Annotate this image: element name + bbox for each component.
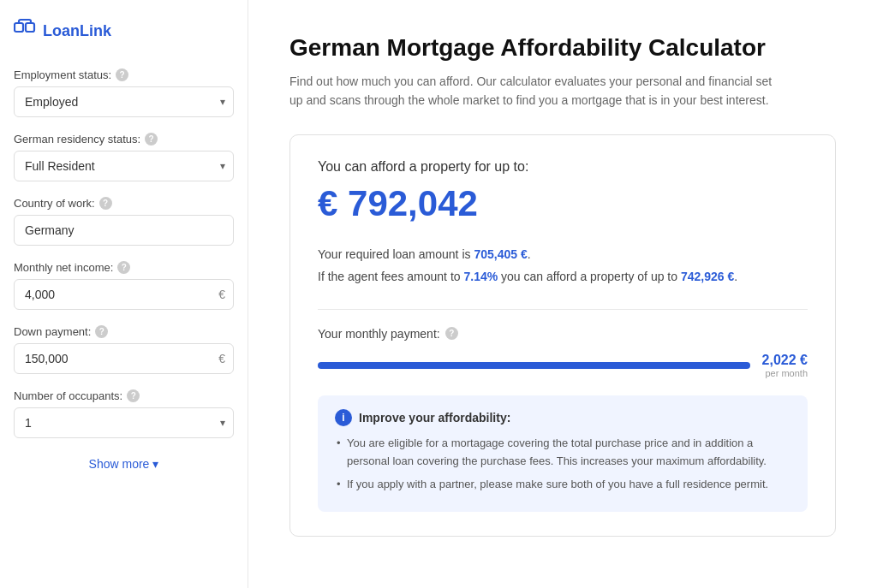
improve-info-icon: i	[335, 409, 352, 426]
afford-label: You can afford a property for up to:	[318, 159, 808, 175]
residency-help-icon[interactable]: ?	[145, 133, 158, 146]
main-content: German Mortgage Affordability Calculator…	[248, 0, 877, 588]
agent-fee: 7.14%	[463, 270, 498, 283]
improve-box: i Improve your affordability: You are el…	[318, 395, 808, 512]
residency-status-select[interactable]: Full Resident EU Citizen Non-EU Citizen	[14, 151, 234, 181]
occupants-group: Number of occupants: ? 1 2 3 4 ▾	[14, 389, 234, 438]
down-payment-group: Down payment: ? €	[14, 325, 234, 374]
country-input-wrapper	[14, 215, 234, 246]
divider	[318, 309, 808, 310]
occupants-help-icon[interactable]: ?	[127, 389, 140, 402]
income-input-wrapper: €	[14, 279, 234, 310]
loan-amount: 705,405 €	[474, 247, 527, 261]
monthly-help-icon[interactable]: ?	[445, 327, 458, 340]
svg-rect-1	[26, 23, 34, 32]
income-suffix-icon: €	[218, 288, 225, 301]
down-payment-suffix-icon: €	[218, 352, 225, 365]
logo-text: LoanLink	[43, 22, 111, 40]
employment-status-select-wrapper: Employed Self-employed Freelancer Unempl…	[14, 86, 234, 117]
occupants-select[interactable]: 1 2 3 4	[14, 407, 234, 438]
income-label: Monthly net income: ?	[14, 261, 234, 274]
improve-header: i Improve your affordability:	[335, 409, 790, 426]
country-of-work-label: Country of work: ?	[14, 197, 234, 210]
occupants-label: Number of occupants: ?	[14, 389, 234, 402]
monthly-value: 2,022 €	[762, 353, 808, 368]
country-of-work-group: Country of work: ?	[14, 197, 234, 246]
income-help-icon[interactable]: ?	[117, 261, 130, 274]
country-help-icon[interactable]: ?	[99, 197, 112, 210]
show-more-chevron-icon: ▾	[152, 457, 158, 471]
svg-rect-0	[15, 23, 23, 32]
monthly-label: Your monthly payment: ?	[318, 327, 808, 341]
residency-select-wrapper: Full Resident EU Citizen Non-EU Citizen …	[14, 151, 234, 181]
logo-icon	[14, 17, 36, 45]
down-payment-label: Down payment: ?	[14, 325, 234, 338]
monthly-amount: 2,022 € per month	[762, 353, 808, 378]
logo: LoanLink	[14, 17, 234, 45]
loan-info: Your required loan amount is 705,405 €. …	[318, 243, 808, 288]
income-group: Monthly net income: ? €	[14, 261, 234, 310]
improve-item-1: You are eligible for a mortagage coverin…	[335, 435, 790, 471]
employment-status-select[interactable]: Employed Self-employed Freelancer Unempl…	[14, 86, 234, 117]
occupants-select-wrapper: 1 2 3 4 ▾	[14, 407, 234, 438]
result-card: You can afford a property for up to: € 7…	[289, 134, 836, 538]
income-input[interactable]	[14, 279, 234, 310]
employment-help-icon[interactable]: ?	[116, 68, 128, 81]
down-payment-input-wrapper: €	[14, 343, 234, 374]
country-input[interactable]	[14, 215, 234, 246]
sidebar: LoanLink Employment status: ? Employed S…	[0, 0, 248, 588]
down-payment-input[interactable]	[14, 343, 234, 374]
page-title: German Mortgage Affordability Calculator	[289, 34, 836, 62]
residency-status-group: German residency status: ? Full Resident…	[14, 133, 234, 181]
improve-list: You are eligible for a mortagage coverin…	[335, 435, 790, 493]
down-payment-help-icon[interactable]: ?	[95, 325, 108, 338]
page-description: Find out how much you can afford. Our ca…	[289, 72, 786, 110]
employment-status-label: Employment status: ?	[14, 68, 234, 81]
monthly-sub: per month	[762, 368, 808, 378]
monthly-payment-row: 2,022 € per month	[318, 353, 808, 378]
employment-status-group: Employment status: ? Employed Self-emplo…	[14, 68, 234, 117]
show-more-button[interactable]: Show more ▾	[14, 454, 234, 474]
alt-amount: 742,926 €	[681, 270, 734, 283]
afford-amount: € 792,042	[318, 183, 808, 224]
payment-progress-bar	[318, 362, 750, 369]
improve-item-2: If you apply with a partner, please make…	[335, 476, 790, 494]
residency-status-label: German residency status: ?	[14, 133, 234, 146]
